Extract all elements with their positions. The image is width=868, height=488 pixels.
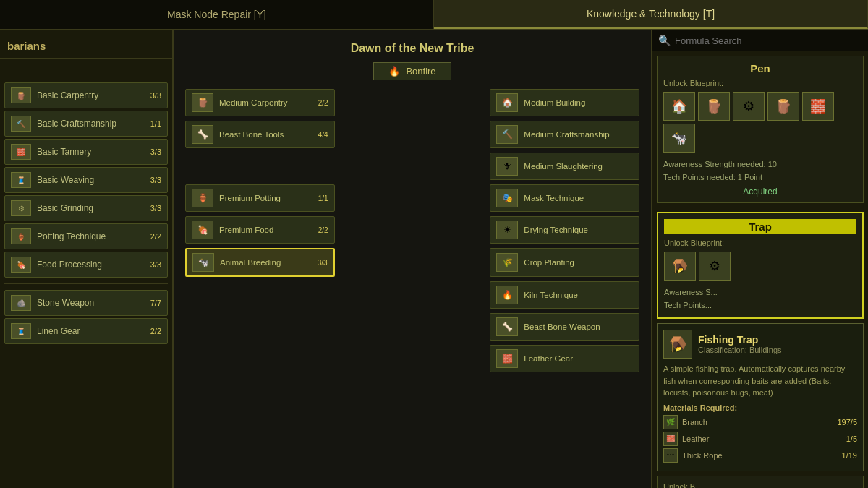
tech-row-3: 🗡 Medium Slaughtering bbox=[185, 153, 639, 180]
pen-info-panel: Pen Unlock Blueprint: 🏠 🪵 ⚙ 🪵 🧱 🐄 Awaren… bbox=[657, 56, 864, 203]
craftsmanship-icon: 🔨 bbox=[11, 116, 31, 132]
blueprint-plank[interactable]: 🪵 bbox=[767, 92, 799, 121]
potting-icon: 🏺 bbox=[11, 228, 31, 244]
pen-title: Pen bbox=[663, 62, 857, 74]
sidebar-item-weaving[interactable]: 🧵 Basic Weaving 3/3 bbox=[4, 167, 168, 193]
branch-icon: 🌿 bbox=[663, 415, 678, 429]
sidebar-item-grinding[interactable]: ⚙ Basic Grinding 3/3 bbox=[4, 195, 168, 221]
mask-technique-icon: 🎭 bbox=[496, 189, 518, 207]
tab-mask-repair[interactable]: Mask Node Repair [Y] bbox=[0, 0, 434, 29]
main-area: barians 🪵 Basic Carpentry 3/3 🔨 Basic Cr… bbox=[0, 30, 868, 488]
premium-food-icon: 🍖 bbox=[192, 221, 213, 239]
trap-info-panel: Trap Unlock Blueprint: 🪤 ⚙ Awareness S..… bbox=[657, 212, 864, 319]
tannery-icon: 🧱 bbox=[11, 144, 31, 160]
node-beast-bone-tools[interactable]: 🦴 Beast Bone Tools 4/4 bbox=[185, 121, 335, 148]
right-panel: 🔍 Pen Unlock Blueprint: 🏠 🪵 ⚙ 🪵 🧱 🐄 Awar… bbox=[651, 30, 868, 488]
crop-planting-icon: 🌾 bbox=[496, 253, 518, 272]
pen-unlock-label: Unlock Blueprint: bbox=[663, 79, 857, 87]
drying-technique-icon: ☀ bbox=[496, 221, 518, 239]
tech-row-1: 🪵 Medium Carpentry 2/2 🏠 Medium Building bbox=[185, 89, 639, 116]
linen-gear-icon: 🧵 bbox=[11, 323, 31, 339]
third-unlock-label: Unlock B... bbox=[663, 482, 857, 488]
third-panel: Unlock B... 🪨 🧵 Need to acq... bbox=[657, 476, 864, 488]
sidebar-item-stone-weapon[interactable]: 🪨 Stone Weapon 7/7 bbox=[4, 290, 168, 316]
tooltip-name-block: Fishing Trap Classification: Buildings bbox=[698, 334, 782, 354]
sidebar-item-linen-gear[interactable]: 🧵 Linen Gear 2/2 bbox=[4, 318, 168, 344]
pen-blueprint-grid: 🏠 🪵 ⚙ 🪵 🧱 🐄 bbox=[663, 92, 857, 153]
tech-row-9: 🧱 Leather Gear bbox=[185, 345, 639, 372]
beast-bone-tools-icon: 🦴 bbox=[192, 125, 213, 144]
mat-branch: 🌿 Branch 197/5 bbox=[663, 415, 857, 429]
stone-weapon-icon: 🪨 bbox=[11, 295, 31, 311]
tech-tree-scroll[interactable]: Dawn of the New Tribe 🔥 Bonfire 🪵 Medium… bbox=[179, 36, 645, 482]
slaughtering-icon: 🗡 bbox=[496, 157, 518, 176]
sidebar-item-potting[interactable]: 🏺 Potting Technique 2/2 bbox=[4, 223, 168, 249]
grinding-icon: ⚙ bbox=[11, 200, 31, 216]
fishing-trap-class: Classification: Buildings bbox=[698, 346, 782, 354]
beast-bone-weapon-icon: 🦴 bbox=[496, 317, 518, 336]
bonfire-header: 🔥 Bonfire bbox=[373, 62, 451, 80]
node-medium-craftsmanship[interactable]: 🔨 Medium Craftsmanship bbox=[490, 121, 639, 148]
medium-building-icon: 🏠 bbox=[496, 93, 518, 112]
left-sidebar: barians 🪵 Basic Carpentry 3/3 🔨 Basic Cr… bbox=[0, 30, 174, 488]
premium-potting-icon: 🏺 bbox=[192, 189, 213, 207]
weaving-icon: 🧵 bbox=[11, 172, 31, 188]
trap-blueprint-2[interactable]: ⚙ bbox=[699, 252, 731, 281]
node-premium-food[interactable]: 🍖 Premium Food 2/2 bbox=[185, 216, 335, 244]
trap-blueprint-grid: 🪤 ⚙ bbox=[664, 252, 856, 281]
fishing-trap-tooltip: 🪤 Fishing Trap Classification: Buildings… bbox=[657, 323, 864, 471]
node-medium-slaughtering[interactable]: 🗡 Medium Slaughtering bbox=[490, 153, 639, 180]
blueprint-house[interactable]: 🏠 bbox=[663, 92, 695, 121]
node-kiln-technique[interactable]: 🔥 Kiln Technique bbox=[490, 281, 639, 309]
node-mask-technique[interactable]: 🎭 Mask Technique bbox=[490, 184, 639, 212]
node-crop-planting[interactable]: 🌾 Crop Planting bbox=[490, 248, 639, 277]
bonfire-icon: 🔥 bbox=[388, 66, 400, 77]
center-tech-tree: Dawn of the New Tribe 🔥 Bonfire 🪵 Medium… bbox=[174, 30, 651, 488]
sidebar-item-food-processing[interactable]: 🍖 Food Processing 3/3 bbox=[4, 252, 168, 278]
node-medium-carpentry[interactable]: 🪵 Medium Carpentry 2/2 bbox=[185, 89, 335, 116]
fishing-trap-name: Fishing Trap bbox=[698, 334, 782, 346]
medium-carpentry-icon: 🪵 bbox=[192, 93, 213, 112]
kiln-icon: 🔥 bbox=[496, 286, 518, 304]
top-tabs: Mask Node Repair [Y] Knowledge & Technol… bbox=[0, 0, 868, 30]
leather-gear-icon: 🧱 bbox=[496, 349, 518, 368]
food-processing-icon: 🍖 bbox=[11, 257, 31, 273]
tech-row-5: 🍖 Premium Food 2/2 ☀ Drying Technique bbox=[185, 216, 639, 244]
fishing-trap-desc: A simple fishing trap. Automatically cap… bbox=[663, 363, 857, 399]
sidebar-item-craftsmanship[interactable]: 🔨 Basic Craftsmanship 1/1 bbox=[4, 111, 168, 137]
mat-leather: 🧱 Leather 1/5 bbox=[663, 432, 857, 446]
sidebar-header: barians bbox=[0, 34, 172, 59]
leather-icon: 🧱 bbox=[663, 432, 678, 446]
trap-title: Trap bbox=[664, 219, 856, 234]
tab-knowledge-tech[interactable]: Knowledge & Technology [T] bbox=[434, 0, 868, 29]
materials-header: Materials Required: bbox=[663, 403, 857, 412]
search-bar: 🔍 bbox=[652, 30, 868, 51]
tech-row-7: 🔥 Kiln Technique bbox=[185, 281, 639, 309]
trap-unlock-label: Unlock Blueprint: bbox=[664, 239, 856, 247]
blueprint-gear[interactable]: ⚙ bbox=[733, 92, 765, 121]
node-animal-breeding[interactable]: 🐄 Animal Breeding 3/3 bbox=[185, 248, 335, 277]
blueprint-wood[interactable]: 🪵 bbox=[698, 92, 730, 121]
pen-status: Acquired bbox=[663, 187, 857, 197]
node-medium-building[interactable]: 🏠 Medium Building bbox=[490, 89, 639, 116]
animal-breeding-icon: 🐄 bbox=[192, 253, 214, 272]
sidebar-item-tannery[interactable]: 🧱 Basic Tannery 3/3 bbox=[4, 139, 168, 165]
sidebar-item-carpentry[interactable]: 🪵 Basic Carpentry 3/3 bbox=[4, 82, 168, 108]
trap-tech-points: Tech Points... bbox=[664, 299, 856, 312]
node-leather-gear[interactable]: 🧱 Leather Gear bbox=[490, 345, 639, 372]
node-drying-technique[interactable]: ☀ Drying Technique bbox=[490, 216, 639, 244]
search-icon: 🔍 bbox=[658, 35, 671, 46]
carpentry-icon: 🪵 bbox=[11, 87, 31, 103]
pen-awareness: Awareness Strength needed: 10 bbox=[663, 158, 857, 171]
node-premium-potting[interactable]: 🏺 Premium Potting 1/1 bbox=[185, 184, 335, 212]
formula-search-input[interactable] bbox=[675, 35, 862, 46]
tech-row-6: 🐄 Animal Breeding 3/3 🌾 Crop Planting bbox=[185, 248, 639, 277]
fishing-trap-icon: 🪤 bbox=[663, 330, 692, 359]
blueprint-pen[interactable]: 🐄 bbox=[663, 124, 695, 153]
thick-rope-icon: 〰 bbox=[663, 448, 678, 463]
trap-blueprint-1[interactable]: 🪤 bbox=[664, 252, 696, 281]
node-beast-bone-weapon[interactable]: 🦴 Beast Bone Weapon bbox=[490, 313, 639, 341]
blueprint-wall[interactable]: 🧱 bbox=[802, 92, 834, 121]
trap-awareness: Awareness S... bbox=[664, 286, 856, 299]
tech-row-8: 🦴 Beast Bone Weapon bbox=[185, 313, 639, 341]
